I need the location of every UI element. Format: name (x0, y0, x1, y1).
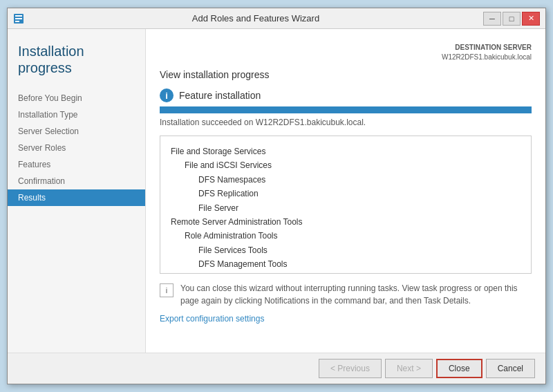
close-button[interactable]: Close (436, 359, 482, 378)
wizard-window: Add Roles and Features Wizard ─ □ ✕ Inst… (7, 8, 546, 384)
list-item: DFS Namespaces (171, 173, 521, 187)
app-icon (13, 13, 24, 24)
sidebar-item-features: Features (8, 156, 145, 173)
features-list: File and Storage Services File and iSCSI… (160, 136, 532, 274)
svg-rect-1 (15, 15, 22, 17)
window-controls: ─ □ ✕ (483, 12, 540, 26)
sidebar-header: Installation progress (8, 43, 145, 90)
sidebar-item-installation-type: Installation Type (8, 106, 145, 123)
list-item: DFS Management Tools (171, 257, 521, 271)
export-link[interactable]: Export configuration settings (160, 314, 532, 324)
titlebar: Add Roles and Features Wizard ─ □ ✕ (8, 8, 545, 29)
sidebar: Installation progress Before You Begin I… (8, 29, 146, 353)
sidebar-title: Installation progress (18, 43, 135, 76)
notice-box: i You can close this wizard without inte… (160, 282, 532, 307)
sidebar-nav: Before You Begin Installation Type Serve… (8, 90, 145, 206)
window-title: Add Roles and Features Wizard (28, 13, 483, 24)
list-item: Remote Server Administration Tools (171, 215, 521, 229)
main-panel: DESTINATION SERVER W12R2DFS1.bakicubuk.l… (146, 29, 545, 353)
list-item: File Services Tools (171, 243, 521, 257)
list-item: File and Storage Services (171, 144, 521, 158)
svg-rect-2 (15, 18, 22, 19)
progress-bar-fill (160, 106, 532, 113)
next-button[interactable]: Next > (385, 359, 433, 378)
destination-server-value: W12R2DFS1.bakicubuk.local (160, 53, 532, 62)
destination-server-info: DESTINATION SERVER W12R2DFS1.bakicubuk.l… (160, 43, 532, 62)
footer: < Previous Next > Close Cancel (8, 353, 545, 384)
notice-icon: i (160, 283, 174, 297)
sidebar-item-before-you-begin: Before You Begin (8, 90, 145, 106)
sidebar-item-results: Results (8, 189, 145, 206)
progress-bar-container (160, 106, 532, 113)
list-item: DFS Replication (171, 187, 521, 200)
window-close-button[interactable]: ✕ (522, 12, 540, 26)
feature-install-box: i Feature installation (160, 88, 532, 102)
content-area: Installation progress Before You Begin I… (8, 29, 545, 353)
info-icon: i (160, 88, 174, 102)
cancel-button[interactable]: Cancel (486, 359, 535, 378)
success-text: Installation succeeded on W12R2DFS1.baki… (160, 118, 532, 127)
minimize-button[interactable]: ─ (483, 12, 501, 26)
destination-server-label: DESTINATION SERVER (160, 43, 532, 53)
restore-button[interactable]: □ (503, 12, 521, 26)
previous-button[interactable]: < Previous (319, 359, 382, 378)
sidebar-item-server-roles: Server Roles (8, 140, 145, 156)
feature-install-label: Feature installation (179, 90, 261, 101)
notice-text: You can close this wizard without interr… (180, 282, 532, 307)
section-title: View installation progress (160, 69, 532, 80)
list-item: Role Administration Tools (171, 229, 521, 243)
sidebar-item-confirmation: Confirmation (8, 173, 145, 189)
list-item: File Server (171, 201, 521, 215)
svg-rect-3 (15, 21, 19, 22)
sidebar-item-server-selection: Server Selection (8, 123, 145, 140)
list-item: File and iSCSI Services (171, 158, 521, 172)
